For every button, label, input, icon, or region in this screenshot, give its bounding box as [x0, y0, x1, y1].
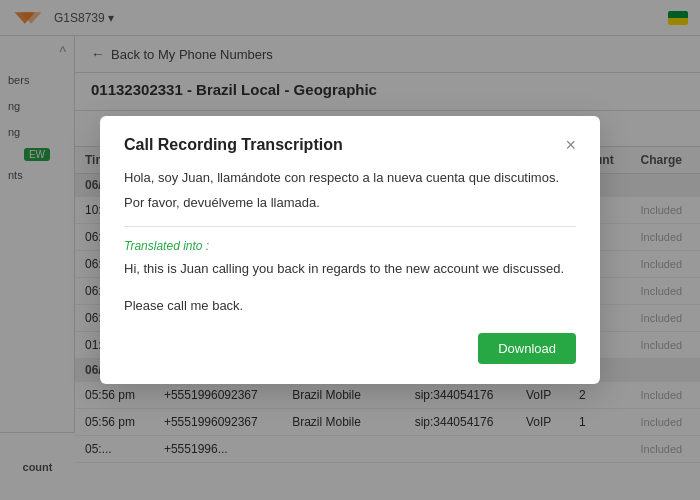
modal-original-line1: Hola, soy Juan, llamándote con respecto …	[124, 168, 576, 189]
modal-footer: Download	[124, 333, 576, 364]
modal-header: Call Recording Transcription ×	[124, 136, 576, 154]
transcription-modal: Call Recording Transcription × Hola, soy…	[100, 116, 600, 383]
modal-original-line2: Por favor, devuélveme la llamada.	[124, 193, 576, 214]
download-button[interactable]: Download	[478, 333, 576, 364]
modal-close-button[interactable]: ×	[565, 136, 576, 154]
modal-translated-line2: Please call me back.	[124, 296, 576, 317]
modal-overlay[interactable]: Call Recording Transcription × Hola, soy…	[0, 0, 700, 500]
modal-title: Call Recording Transcription	[124, 136, 343, 154]
modal-divider	[124, 226, 576, 227]
modal-translated-label: Translated into :	[124, 239, 576, 253]
modal-translated-line1: Hi, this is Juan calling you back in reg…	[124, 259, 576, 280]
